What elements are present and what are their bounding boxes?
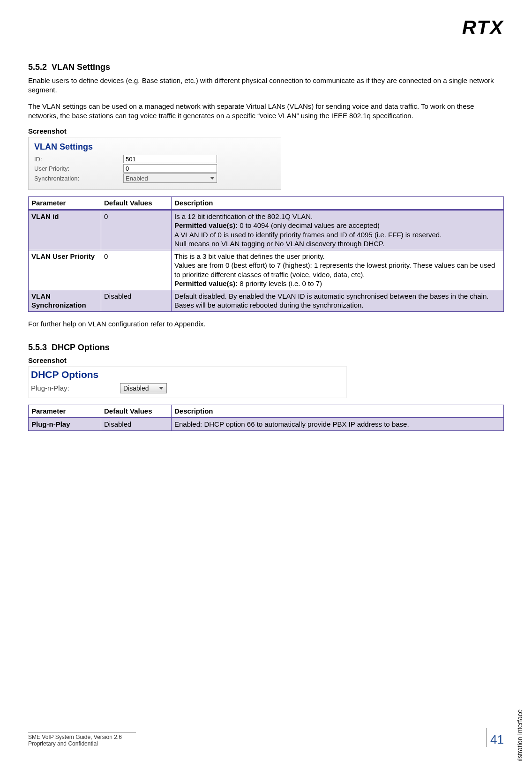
page-footer: SME VoIP System Guide, Version 2.6 Propr… [28,728,504,747]
vlan-appendix-note: For further help on VLAN configuration r… [28,319,504,329]
vlan-intro-2: The VLAN settings can be used on a manag… [28,102,504,121]
table-row: Plug-n-Play Disabled Enabled: DHCP optio… [29,418,504,431]
vlan-id-label: ID: [34,156,123,163]
vlan-ss-title: VLAN Settings [34,142,275,152]
screenshot-label-2: Screenshot [28,356,504,364]
section-heading-553: 5.5.3 DHCP Options [28,343,504,353]
screenshot-label-1: Screenshot [28,127,504,135]
th-default: Default Values [101,197,172,210]
vlan-up-label: User Priority: [34,165,123,172]
vlan-up-input[interactable] [123,164,217,173]
dhcp-pnp-select[interactable]: Disabled [120,383,167,393]
footer-confidential: Proprietary and Confidential [28,740,136,747]
vlan-param-table: Parameter Default Values Description VLA… [28,196,504,312]
table-row: VLAN User Priority 0 This is a 3 bit val… [29,250,504,290]
rtx-logo: RTX [462,16,504,39]
table-row: VLAN Synchronization Disabled Default di… [29,290,504,311]
th-parameter: Parameter [29,197,101,210]
th-default: Default Values [101,405,172,418]
th-description: Description [172,197,504,210]
vlan-sync-select[interactable]: Enabled [123,173,217,183]
dhcp-param-table: Parameter Default Values Description Plu… [28,405,504,431]
th-parameter: Parameter [29,405,101,418]
chevron-down-icon [159,387,164,390]
chevron-down-icon [210,177,215,180]
page-header: RTX [28,16,504,48]
dhcp-ss-title: DHCP Options [29,369,346,380]
vlan-id-input[interactable] [123,155,217,163]
chapter-side-label: Chapter: SME VoIP Administration Interfa… [516,709,524,761]
vlan-sync-label: Synchronization: [34,175,123,182]
dhcp-screenshot: DHCP Options Plug-n-Play: Disabled [28,366,347,398]
section-heading-552: 5.5.2 VLAN Settings [28,62,504,72]
vlan-screenshot: VLAN Settings ID: User Priority: Synchro… [28,137,281,190]
table-row: VLAN id 0 Is a 12 bit identification of … [29,210,504,250]
page-number: 41 [486,728,504,747]
footer-guide: SME VoIP System Guide, Version 2.6 [28,734,136,740]
th-description: Description [172,405,504,418]
dhcp-pnp-label: Plug-n-Play: [31,384,120,392]
vlan-intro-1: Enable users to define devices (e.g. Bas… [28,76,504,95]
